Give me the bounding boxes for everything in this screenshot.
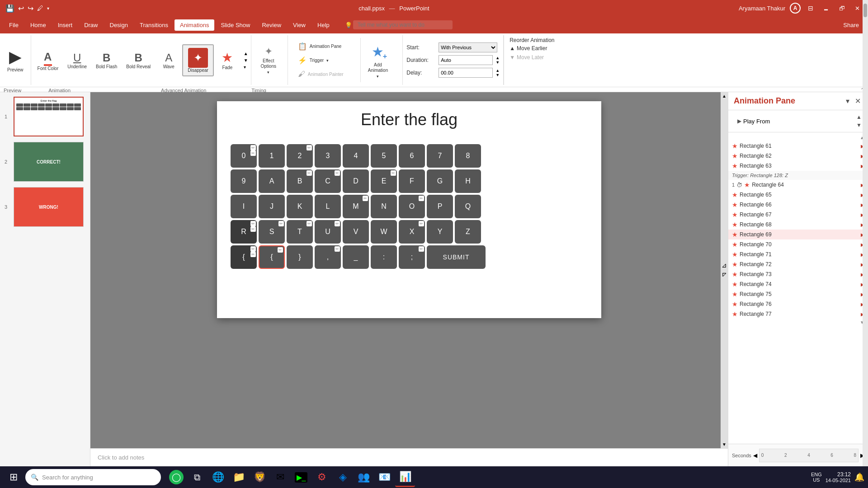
key-Y[interactable]: Y <box>427 220 453 244</box>
key-L[interactable]: L <box>315 195 341 218</box>
pane-close-btn[interactable]: ✕ <box>853 96 863 106</box>
key-E[interactable]: ✏ E <box>371 169 397 193</box>
key-open-brace[interactable]: ✏ ✏ { <box>231 245 257 269</box>
key-M[interactable]: ✏ M <box>343 195 369 218</box>
taskbar-edge[interactable]: 🌐 <box>208 467 228 487</box>
duration-input[interactable] <box>439 55 493 65</box>
key-6[interactable]: 6 <box>399 144 425 168</box>
key-H[interactable]: H <box>455 169 481 193</box>
preview-btn[interactable]: ▶ Preview <box>4 46 27 75</box>
scroll-page-up[interactable]: ⊿ <box>720 260 728 270</box>
undo-icon[interactable]: ↩ <box>18 4 24 13</box>
play-from-btn[interactable]: ▶ Play From <box>734 116 774 127</box>
anim-item-rect66[interactable]: ★ Rectangle 66 ▶ <box>728 200 868 210</box>
key-I[interactable]: I <box>231 195 257 218</box>
key-O[interactable]: ✏ O <box>399 195 425 218</box>
slide-thumb-2[interactable]: 2 CORRECT! <box>4 141 86 183</box>
key-8[interactable]: 8 <box>455 144 481 168</box>
key-R[interactable]: ✏ ✏ R <box>231 220 257 244</box>
key-4[interactable]: 4 <box>343 144 369 168</box>
scroll-page-down[interactable]: ⊿ <box>720 270 728 280</box>
anim-item-rect75[interactable]: ★ Rectangle 75 ▶ <box>728 289 868 299</box>
delay-input[interactable] <box>439 68 493 78</box>
key-3[interactable]: 3 <box>315 144 341 168</box>
move-earlier-btn[interactable]: ▲ Move Earlier <box>509 44 554 52</box>
taskbar-taskview[interactable]: ⧉ <box>187 467 207 487</box>
effect-bold-flash[interactable]: B Bold Flash <box>91 49 122 72</box>
add-animation-btn[interactable]: ★ + AddAnimation ▾ <box>364 40 392 80</box>
key-X[interactable]: ✏ X <box>399 220 425 244</box>
taskbar-teams[interactable]: 👥 <box>354 467 373 487</box>
key-J[interactable]: J <box>259 195 285 218</box>
key-B[interactable]: ✏ B <box>287 169 313 193</box>
menu-draw[interactable]: Draw <box>79 19 103 31</box>
menu-file[interactable]: File <box>4 19 24 31</box>
anim-item-rect70[interactable]: ★ Rectangle 70 ▶ <box>728 239 868 249</box>
key-1[interactable]: 1 <box>259 144 285 168</box>
key-open-brace-selected[interactable]: ✏ { <box>259 245 285 269</box>
animation-painter-btn[interactable]: 🖌 Animation Painter <box>295 68 359 80</box>
key-V[interactable]: V <box>343 220 369 244</box>
pane-up-arrow[interactable]: ▲ <box>855 113 863 121</box>
scroll-up-btn[interactable]: ▲ <box>721 92 728 100</box>
key-Q[interactable]: Q <box>455 195 481 218</box>
menu-animations[interactable]: Animations <box>175 19 214 31</box>
redo-icon[interactable]: ↪ <box>28 4 33 13</box>
ribbon-search-input[interactable] <box>353 20 453 29</box>
key-T[interactable]: ✏ T <box>287 220 313 244</box>
key-semicolon[interactable]: ✏ ; <box>399 245 425 269</box>
start-select[interactable]: With Previous On Click After Previous <box>439 42 497 52</box>
key-K[interactable]: K <box>287 195 313 218</box>
anim-item-rect72[interactable]: ★ Rectangle 72 ▶ <box>728 259 868 269</box>
key-5[interactable]: 5 <box>371 144 397 168</box>
taskbar-brave[interactable]: 🦁 <box>250 467 269 487</box>
delay-spin[interactable]: ▲▼ <box>495 68 500 77</box>
key-N[interactable]: N <box>371 195 397 218</box>
scroll-down-arrow[interactable]: ▼ <box>243 57 249 64</box>
restore-btn[interactable]: 🗗 <box>836 4 848 13</box>
anim-item-rect62[interactable]: ★ Rectangle 62 ▶ <box>728 151 868 161</box>
anim-item-rect63[interactable]: ★ Rectangle 63 ▶ <box>728 161 868 171</box>
anim-item-rect64[interactable]: 1 ⏱ ★ Rectangle 64 ▶ <box>728 180 868 190</box>
key-comma[interactable]: ✏ , <box>315 245 341 269</box>
key-A[interactable]: A <box>259 169 285 193</box>
taskbar-explorer[interactable]: 📁 <box>229 467 249 487</box>
anim-item-rect73[interactable]: ★ Rectangle 73 ▶ <box>728 269 868 279</box>
taskbar-terminal[interactable]: ▶_ <box>291 467 311 487</box>
menu-view[interactable]: View <box>288 19 311 31</box>
scroll-down-btn[interactable]: ▼ <box>721 441 728 448</box>
anim-item-rect68[interactable]: ★ Rectangle 68 ▶ <box>728 220 868 230</box>
slide-thumb-3[interactable]: 3 WRONG! <box>4 186 86 228</box>
anim-item-rect76[interactable]: ★ Rectangle 76 ▶ <box>728 299 868 309</box>
key-underscore[interactable]: _ <box>343 245 369 269</box>
key-7[interactable]: 7 <box>427 144 453 168</box>
key-2[interactable]: ✏ 2 <box>287 144 313 168</box>
effect-underline[interactable]: U Underline <box>63 49 91 72</box>
timeline-left-arrow[interactable]: ◀ <box>753 452 757 459</box>
anim-item-rect77[interactable]: ★ Rectangle 77 ▶ <box>728 309 868 319</box>
menu-review[interactable]: Review <box>256 19 287 31</box>
key-U[interactable]: ✏ U <box>315 220 341 244</box>
anim-item-rect71[interactable]: ★ Rectangle 71 ▶ <box>728 249 868 259</box>
anim-item-rect69[interactable]: ★ Rectangle 69 ▶ <box>728 230 868 239</box>
trigger-btn[interactable]: ⚡ Trigger ▾ <box>295 54 359 66</box>
effect-bold-reveal[interactable]: B Bold Reveal <box>122 49 155 72</box>
menu-transitions[interactable]: Transitions <box>134 19 174 31</box>
notification-icon[interactable]: 🔔 <box>854 472 864 482</box>
key-submit[interactable]: SUBMIT <box>427 245 486 269</box>
anim-item-rect65[interactable]: ★ Rectangle 65 ▶ <box>728 190 868 200</box>
menu-insert[interactable]: Insert <box>52 19 78 31</box>
taskbar-vscode[interactable]: ◈ <box>333 467 353 487</box>
key-W[interactable]: W <box>371 220 397 244</box>
key-D[interactable]: D <box>343 169 369 193</box>
anim-item-rect67[interactable]: ★ Rectangle 67 ▶ <box>728 210 868 220</box>
pane-down-arrow[interactable]: ▼ <box>855 121 863 129</box>
close-btn[interactable]: ✕ <box>852 4 863 13</box>
menu-help[interactable]: Help <box>312 19 335 31</box>
key-Z[interactable]: Z <box>455 220 481 244</box>
key-G[interactable]: G <box>427 169 453 193</box>
taskbar-git[interactable]: ⚙ <box>312 467 332 487</box>
scroll-more-arrow[interactable]: ▾ <box>243 64 249 70</box>
share-btn[interactable]: Share <box>838 19 864 31</box>
anim-item-rect74[interactable]: ★ Rectangle 74 ▶ <box>728 279 868 289</box>
